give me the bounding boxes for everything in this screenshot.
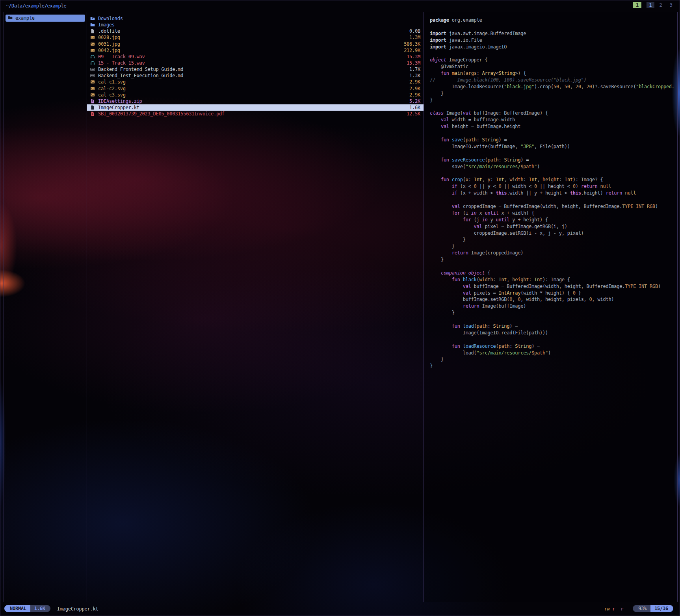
code-line: fun black(width: Int, height: Int): Imag… xyxy=(430,276,677,283)
file-row[interactable]: Downloads xyxy=(87,15,424,22)
preview-pane: package org.example import java.awt.imag… xyxy=(424,12,677,602)
file-size: 1.3M xyxy=(409,35,420,40)
file-row[interactable]: 0031.jpg586.3K xyxy=(87,41,424,47)
file-row[interactable]: Backend_Test_Execution_Guide.md1.3K xyxy=(87,72,424,79)
file-size: 15.3M xyxy=(407,54,420,59)
file-size: 1.7K xyxy=(409,67,420,72)
file-name: 0031.jpg xyxy=(98,41,401,47)
code-line: import java.awt.image.BufferedImage xyxy=(430,30,677,37)
file-row[interactable]: 15 - Track 15.wav15.3M xyxy=(87,60,424,66)
code-line xyxy=(430,263,677,270)
code-line: fun main(args: Array<String>) { xyxy=(430,70,677,77)
code-line: fun saveResource(path: String) = xyxy=(430,157,677,163)
code-line: for (j in y until y + height) { xyxy=(430,217,677,223)
mode-indicator: NORMAL xyxy=(4,605,30,612)
file-row[interactable]: ImageCropper.kt1.6K xyxy=(87,104,424,111)
code-line: croppedImage.setRGB(i - x, j - y, pixel) xyxy=(430,230,677,237)
image-icon xyxy=(90,86,96,91)
file-name: cal-c2.svg xyxy=(98,86,406,91)
markdown-icon xyxy=(90,73,96,78)
file-size: 0.0B xyxy=(409,28,420,34)
code-line: val croppedImage = BufferedImage(width, … xyxy=(430,203,677,210)
file-name: Backend_Frontend_Setup_Guide.md xyxy=(98,67,406,72)
file-name: 09 - Track 09.wav xyxy=(98,54,403,59)
code-line xyxy=(430,170,677,176)
file-icon xyxy=(90,29,96,33)
file-name: 0042.jpg xyxy=(98,48,401,53)
file-name: Images xyxy=(98,22,417,28)
file-row[interactable]: 0028.jpg1.3M xyxy=(87,34,424,41)
file-row[interactable]: 09 - Track 09.wav15.3M xyxy=(87,54,424,60)
code-line: import javax.imageio.ImageIO xyxy=(430,44,677,50)
code-line: ImageIO.write(buffImage, "JPG", File(pat… xyxy=(430,143,677,150)
file-size: 1.3K xyxy=(409,73,420,78)
cursor-position: 15/16 xyxy=(650,605,673,612)
file-permissions: -rw-r--r-- xyxy=(601,605,629,612)
file-row[interactable]: cal-c1.svg2.9K xyxy=(87,79,424,85)
image-icon xyxy=(90,35,96,40)
file-name: IDEAsettings.zip xyxy=(98,98,406,104)
terminal-window: ~/Data/example/example 1 123 example Dow… xyxy=(0,0,680,616)
file-row[interactable]: Backend_Frontend_Setup_Guide.md1.7K xyxy=(87,66,424,72)
code-line: if (x < 0 || y < 0 || width < 0 || heigh… xyxy=(430,183,677,190)
code-line xyxy=(430,130,677,137)
code-line: return Image(croppedImage) xyxy=(430,250,677,256)
file-size: 15.3M xyxy=(407,60,420,66)
file-row[interactable]: Images xyxy=(87,22,424,28)
file-row[interactable]: IDEAsettings.zip5.2K xyxy=(87,98,424,104)
file-row[interactable]: cal-c2.svg2.9K xyxy=(87,85,424,92)
scroll-percent: 93% xyxy=(633,605,650,612)
code-line: } xyxy=(430,310,677,316)
selected-filename: ImageCropper.kt xyxy=(57,605,98,612)
file-list: DownloadsImages.dotfile0.0B0028.jpg1.3M0… xyxy=(87,12,424,117)
code-line: package org.example xyxy=(430,17,677,24)
archive-icon xyxy=(90,99,96,104)
file-size: 586.3K xyxy=(404,41,420,47)
code-line: val buffImage = BufferedImage(width, hei… xyxy=(430,283,677,290)
status-right: -rw-r--r-- 93% 15/16 xyxy=(601,605,673,612)
audio-icon xyxy=(90,54,96,59)
parent-dir-item[interactable]: example xyxy=(6,15,85,22)
file-size: 1.6K xyxy=(409,105,420,110)
breadcrumb: ~/Data/example/example xyxy=(6,3,66,9)
pane-divider xyxy=(424,12,424,602)
file-name: cal-c3.svg xyxy=(98,92,406,98)
tab-bar: 1 123 xyxy=(633,2,675,8)
file-row[interactable]: SBI_0032013739_2023_DE05_0003155631Invoi… xyxy=(87,111,424,117)
code-line: } xyxy=(430,243,677,250)
code-line xyxy=(430,197,677,203)
code-preview: package org.example import java.awt.imag… xyxy=(424,12,677,369)
task-count-badge: 1 xyxy=(633,2,641,8)
code-line: val width = buffImage.width xyxy=(430,117,677,123)
code-line: } xyxy=(430,97,677,104)
code-line xyxy=(430,24,677,30)
status-bar: NORMAL 1.6K ImageCropper.kt -rw-r--r-- 9… xyxy=(0,604,680,614)
file-row[interactable]: cal-c3.svg2.9K xyxy=(87,92,424,98)
file-row[interactable]: 0042.jpg212.9K xyxy=(87,47,424,54)
code-line: fun save(path: String) = xyxy=(430,137,677,143)
code-line: load("src/main/resources/$path") xyxy=(430,350,677,356)
file-name: Backend_Test_Execution_Guide.md xyxy=(98,73,406,78)
code-line xyxy=(430,104,677,110)
folder-icon xyxy=(90,22,96,27)
image-icon xyxy=(90,80,96,84)
selected-file-size: 1.6K xyxy=(30,605,50,612)
tab-1[interactable]: 1 xyxy=(647,2,654,8)
file-size: 2.9K xyxy=(409,92,420,98)
tab-3[interactable]: 3 xyxy=(667,2,675,8)
parent-pane: example xyxy=(4,12,87,602)
tab-2[interactable]: 2 xyxy=(657,2,665,8)
file-size: 212.9K xyxy=(404,48,420,53)
code-line: fun load(path: String) = xyxy=(430,323,677,330)
file-row[interactable]: .dotfile0.0B xyxy=(87,28,424,34)
file-name: SBI_0032013739_2023_DE05_0003155631Invoi… xyxy=(98,111,403,117)
file-size: 5.2K xyxy=(409,98,420,104)
file-name: 15 - Track 15.wav xyxy=(98,60,403,66)
code-line xyxy=(430,50,677,57)
file-name: .dotfile xyxy=(98,28,406,34)
code-line: import java.io.File xyxy=(430,37,677,44)
code-line: class Image(val buffImage: BufferedImage… xyxy=(430,110,677,117)
code-line: // Image.black(100, 100).saveResource("b… xyxy=(430,77,677,83)
downloads-folder-icon xyxy=(90,16,96,21)
code-line: val pixels = IntArray(width * height) { … xyxy=(430,290,677,297)
